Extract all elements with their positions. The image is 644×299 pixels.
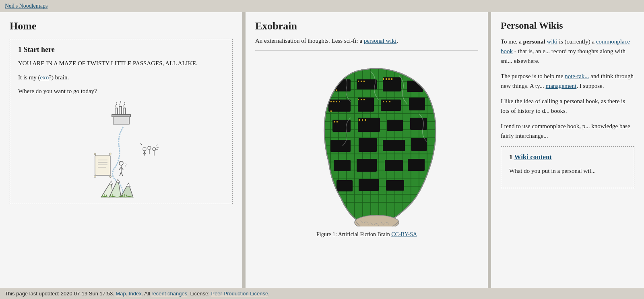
- wiki-content-number: 1: [509, 153, 513, 161]
- svg-rect-90: [383, 78, 384, 80]
- svg-rect-83: [336, 81, 337, 83]
- svg-rect-3: [113, 116, 129, 124]
- svg-rect-109: [365, 119, 366, 121]
- svg-rect-92: [388, 78, 390, 80]
- svg-rect-71: [330, 140, 351, 152]
- brain-figure: Figure 1: Artificial Fiction Brain CC-BY…: [255, 57, 478, 238]
- left-panel: Home 1 Start here YOU ARE IN A MAZE OF T…: [0, 12, 246, 288]
- svg-line-25: [156, 144, 157, 146]
- index-link[interactable]: Index: [129, 291, 142, 297]
- para1-bold: personal: [523, 38, 545, 45]
- svg-rect-102: [383, 101, 384, 102]
- svg-rect-70: [410, 118, 427, 130]
- figure-caption: Figure 1: Artificial Fiction Brain CC-BY…: [255, 231, 478, 238]
- svg-rect-104: [389, 101, 390, 102]
- svg-rect-107: [359, 119, 360, 121]
- svg-point-21: [148, 146, 151, 150]
- svg-rect-88: [361, 81, 362, 82]
- svg-rect-93: [391, 78, 392, 80]
- svg-rect-73: [383, 140, 405, 151]
- personal-wiki-link[interactable]: personal wiki: [364, 37, 396, 44]
- right-para1: To me, a personal wiki is (currently) a …: [501, 37, 634, 66]
- para1-end: - that is, an e... record my thoughts al…: [501, 48, 625, 64]
- svg-rect-103: [386, 101, 387, 102]
- top-bar: Neil's Noodlemaps: [0, 0, 644, 12]
- svg-rect-86: [336, 89, 337, 91]
- map-link[interactable]: Map: [116, 291, 126, 297]
- svg-rect-64: [358, 98, 374, 112]
- svg-line-27: [156, 149, 158, 150]
- bottom-text-post: . License:: [187, 291, 211, 297]
- svg-rect-96: [336, 101, 337, 102]
- recent-changes-link[interactable]: recent changes: [151, 291, 187, 297]
- svg-rect-89: [363, 81, 365, 82]
- license-link[interactable]: Peer Production License: [211, 291, 268, 297]
- exo-pre: It is my (: [18, 74, 40, 81]
- svg-rect-87: [358, 81, 359, 82]
- factory-icon: [112, 101, 130, 124]
- svg-rect-108: [362, 119, 363, 121]
- para2-end: , I suppose.: [576, 83, 604, 89]
- svg-rect-69: [387, 120, 403, 131]
- svg-rect-74: [411, 138, 427, 151]
- svg-rect-101: [363, 99, 365, 100]
- svg-rect-68: [358, 118, 380, 132]
- wiki-content-box: 1 Wiki content What do you put in a pers…: [501, 146, 634, 188]
- para1-post: is (currently) a: [557, 38, 596, 45]
- svg-line-20: [144, 152, 146, 154]
- svg-rect-60: [357, 79, 377, 89]
- right-para2: The purpose is to help me note-tak... an…: [501, 71, 634, 91]
- exo-paragraph: It is my (exo?) brain.: [18, 73, 224, 82]
- svg-line-28: [140, 143, 142, 145]
- svg-rect-77: [385, 160, 403, 171]
- main-content: Home 1 Start here YOU ARE IN A MAZE OF T…: [0, 12, 644, 288]
- subtitle-post: .: [396, 37, 398, 44]
- svg-rect-106: [336, 121, 338, 123]
- svg-rect-81: [386, 180, 404, 191]
- svg-rect-100: [361, 99, 362, 100]
- note-taking-link[interactable]: note-tak...: [565, 73, 589, 79]
- exo-post: ?) brain.: [49, 74, 69, 81]
- exo-link[interactable]: exo: [40, 74, 49, 81]
- right-panel-title: Personal Wikis: [501, 20, 634, 31]
- svg-rect-82: [334, 81, 335, 83]
- go-today-paragraph: Where do you want to go today?: [18, 87, 224, 96]
- right-panel: Personal Wikis To me, a personal wiki is…: [491, 12, 644, 288]
- svg-rect-99: [358, 99, 359, 100]
- person-icon: ?: [119, 161, 127, 176]
- svg-rect-5: [95, 155, 110, 175]
- wiki-content-heading: 1 Wiki content: [509, 153, 626, 161]
- bottom-text-pre: This page last updated: 2020-07-19 Sun 1…: [5, 291, 116, 297]
- bottom-bar: This page last updated: 2020-07-19 Sun 1…: [0, 288, 644, 299]
- wiki-link[interactable]: wiki: [547, 38, 557, 45]
- svg-point-17: [143, 147, 146, 151]
- map-illustration: ?: [53, 101, 190, 197]
- start-here-box: 1 Start here YOU ARE IN A MAZE OF TWISTY…: [10, 39, 233, 204]
- start-here-heading: 1 Start here: [18, 46, 224, 54]
- cc-by-sa-link[interactable]: CC-BY-SA: [391, 231, 417, 237]
- right-para3: I like the idea of calling a personal bo…: [501, 96, 634, 116]
- mountains-icon: [101, 179, 133, 197]
- svg-text:?: ?: [125, 163, 127, 167]
- right-para4: I tend to use commonplace book, p... kno…: [501, 121, 634, 141]
- svg-rect-97: [339, 101, 340, 102]
- svg-line-15: [121, 172, 123, 176]
- mid-panel-subtitle: An externalisation of thoughts. Less sci…: [255, 36, 478, 51]
- svg-point-10: [119, 161, 123, 165]
- management-link[interactable]: management: [546, 83, 577, 89]
- mid-panel: Exobrain An externalisation of thoughts.…: [246, 12, 491, 288]
- para2-pre: The purpose is to help me: [501, 73, 565, 79]
- svg-rect-98: [330, 110, 332, 112]
- svg-rect-4: [112, 114, 130, 117]
- circuit-pattern: [322, 67, 435, 226]
- group-people-icon: [140, 143, 159, 156]
- svg-rect-66: [409, 98, 425, 110]
- svg-rect-75: [334, 160, 351, 171]
- svg-rect-76: [357, 159, 377, 172]
- svg-line-14: [120, 172, 121, 176]
- svg-rect-80: [359, 179, 379, 191]
- wiki-content-link[interactable]: Wiki content: [514, 153, 552, 161]
- site-title-link[interactable]: Neil's Noodlemaps: [5, 3, 47, 9]
- svg-line-26: [157, 147, 159, 147]
- para1-pre: To me, a: [501, 38, 523, 45]
